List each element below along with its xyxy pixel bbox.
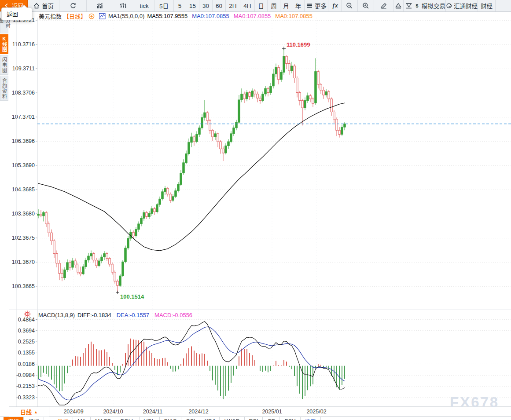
- toolbar-interval-30m-button[interactable]: 30: [199, 0, 213, 11]
- period-selector[interactable]: 日线 ▲: [9, 407, 49, 416]
- ma0-value-orange: MA0:107.0855: [275, 13, 312, 19]
- macd-tick-label: -0.3323: [16, 394, 35, 401]
- indicator-settings-icon[interactable]: [23, 310, 32, 319]
- toolbar-interval-1w-label: 周: [271, 1, 277, 10]
- refresh-icon: [70, 2, 77, 9]
- candle-body: [241, 94, 243, 100]
- sidebar-tab-4[interactable]: 合约资料: [0, 76, 8, 101]
- toolbar-refresh-button[interactable]: [59, 0, 87, 11]
- toolbar-chart-style-bars-button[interactable]: [87, 0, 112, 11]
- candle-body: [37, 214, 39, 215]
- candle-body: [191, 137, 192, 142]
- candle-body: [228, 142, 229, 146]
- candle-body: [183, 163, 184, 173]
- candle-body: [45, 212, 47, 224]
- fx678-logo-icon: [446, 2, 452, 9]
- candle-body: [296, 78, 298, 92]
- toolbar-home-label: 首页: [42, 1, 54, 10]
- candle-body: [325, 91, 327, 95]
- toolbar-interval-2h-label: 2H: [229, 3, 236, 9]
- candle-body: [103, 254, 105, 257]
- candle-body: [114, 272, 116, 281]
- toolbar-more-button[interactable]: 更多: [305, 0, 328, 11]
- macd-dea-value: DEA:-0.1557: [117, 312, 149, 318]
- chart-canvas[interactable]: 111.3721110.3716109.3711108.3706107.3701…: [0, 0, 511, 420]
- candle-body: [209, 121, 211, 130]
- macd-diff-value: DIFF:-0.1834: [77, 312, 111, 318]
- price-tick-label: 104.3685: [12, 186, 35, 193]
- toolbar-zoom-in-button[interactable]: [358, 0, 374, 11]
- candle-body: [272, 74, 274, 86]
- toolbar-home-button[interactable]: 首页: [28, 0, 59, 11]
- candle-body: [225, 146, 227, 153]
- sidebar-tab-3[interactable]: 闪电图: [0, 55, 8, 75]
- candle-body: [180, 173, 182, 185]
- toolbar-interval-60m-button[interactable]: 60: [213, 0, 226, 11]
- indicator-tab-设置[interactable]: 设置: [301, 417, 321, 420]
- candle-body: [251, 91, 253, 97]
- toolbar-shape-up-button[interactable]: [393, 0, 404, 11]
- toolbar-interval-4h-button[interactable]: 4H: [240, 0, 255, 11]
- low-annotation: 100.1514: [120, 293, 144, 300]
- indicator-tab-KDJ[interactable]: KDJ: [200, 417, 220, 420]
- triangle-up-icon: [395, 2, 402, 9]
- toolbar-chart-style-ohlc-button[interactable]: [112, 0, 134, 11]
- toolbar-zoom-out-button[interactable]: [342, 0, 358, 11]
- candle-body: [106, 254, 108, 259]
- candle-body: [177, 184, 179, 190]
- candle-body: [270, 86, 272, 93]
- indicator-tab-PSY[interactable]: PSY: [280, 417, 300, 420]
- candle-body: [301, 101, 303, 108]
- indicator-tab-VOL[interactable]: VOL: [140, 417, 160, 420]
- zoom-in-icon: [362, 2, 369, 9]
- candle-body: [307, 96, 309, 101]
- toolbar-draw-button[interactable]: [374, 0, 393, 11]
- indicator-tab-MA[interactable]: MA: [73, 417, 91, 420]
- toolbar-interval-1w-button[interactable]: 周: [268, 0, 280, 11]
- candle-body: [132, 232, 134, 236]
- plus-circle-icon[interactable]: [88, 13, 95, 19]
- bar-chart-icon: [96, 2, 103, 9]
- candle-body: [344, 124, 346, 127]
- candle-body: [341, 127, 343, 134]
- toolbar-interval-1d-button[interactable]: 日: [255, 0, 268, 11]
- toolbar-interval-15m-button[interactable]: 15: [186, 0, 199, 11]
- candle-body: [53, 241, 55, 253]
- toolbar-fx678-news-button[interactable]: 汇通财经: [446, 0, 478, 11]
- candle-body: [243, 94, 245, 99]
- fx678-chart-app: 111.3721110.3716109.3711108.3706107.3701…: [0, 0, 511, 420]
- toolbar-interval-tick-button[interactable]: tick: [134, 0, 154, 11]
- toolbar-interval-5m-button[interactable]: 5: [174, 0, 186, 11]
- indicator-tab-VIP指标[interactable]: VIP指标: [44, 417, 73, 420]
- indicator-tab-CCI[interactable]: CCI: [181, 417, 200, 420]
- toolbar-interval-5d-button[interactable]: 5日: [154, 0, 174, 11]
- toolbar-interval-1mo-button[interactable]: 月: [280, 0, 292, 11]
- toolbar-interval-2h-button[interactable]: 2H: [226, 0, 240, 11]
- toolbar-fx-functions-button[interactable]: ƒx: [328, 0, 342, 11]
- indicator-tab-模板[interactable]: 模板: [24, 417, 44, 420]
- candle-body: [304, 101, 306, 108]
- indicator-tab-RSI[interactable]: RSI: [245, 417, 263, 420]
- toolbar-interval-1y-button[interactable]: 年: [292, 0, 305, 11]
- macd-tick-label: -0.2153: [16, 383, 35, 389]
- candle-body: [338, 130, 340, 134]
- candle-body: [193, 137, 195, 142]
- candle-body: [206, 113, 208, 121]
- indicator-tab-MACD[interactable]: MACD: [91, 417, 116, 420]
- mini-chart-icon[interactable]: [99, 13, 106, 19]
- toolbar-shape-down-button[interactable]: [404, 0, 414, 11]
- toolbar-sim-trading-button[interactable]: $模拟交易: [414, 0, 446, 11]
- indicator-tab-CR[interactable]: CR: [263, 417, 280, 420]
- x-axis-label: 2025/01: [262, 409, 282, 415]
- indicator-tab-LW&R[interactable]: LW&R: [220, 417, 244, 420]
- candle-body: [333, 112, 335, 119]
- ma55-value: MA55:107.9555: [147, 13, 187, 19]
- toolbar-finance-button[interactable]: 财经: [478, 0, 496, 11]
- indicator-tab-BIAS[interactable]: BIAS: [160, 417, 182, 420]
- sidebar-tab-2[interactable]: K线图: [0, 34, 8, 54]
- toolbar-sim-trading-label: 模拟交易: [422, 1, 445, 10]
- indicator-tab-BOLL[interactable]: BOLL: [116, 417, 140, 420]
- candle-body: [299, 92, 301, 100]
- candle-body: [80, 272, 81, 274]
- toolbar-interval-1y-label: 年: [295, 1, 301, 10]
